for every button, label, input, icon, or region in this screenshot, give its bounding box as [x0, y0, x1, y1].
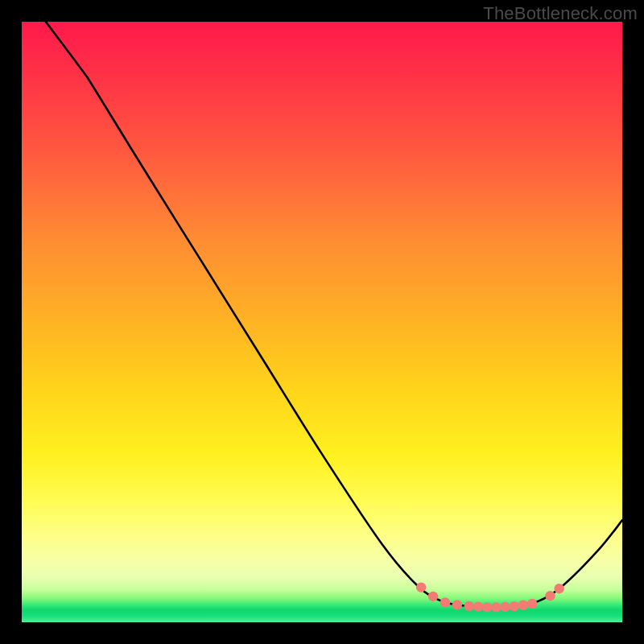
curve-marker — [428, 592, 438, 601]
chart-svg — [22, 22, 622, 622]
curve-marker — [440, 597, 450, 607]
curve-marker — [464, 601, 474, 611]
curve-marker — [473, 601, 483, 611]
curve-marker — [500, 602, 510, 612]
curve-group — [46, 22, 622, 607]
curve-marker — [554, 584, 564, 593]
curve-marker — [452, 600, 462, 609]
curve-marker — [510, 601, 519, 611]
curve-marker — [482, 602, 492, 612]
curve-marker — [491, 602, 501, 612]
plot-area — [22, 22, 622, 622]
chart-frame: TheBottleneck.com — [0, 0, 644, 644]
curve-marker — [416, 583, 426, 592]
bottleneck-curve — [46, 22, 622, 607]
watermark-text: TheBottleneck.com — [483, 3, 638, 24]
curve-marker — [518, 601, 528, 610]
curve-marker — [527, 599, 537, 609]
curve-marker — [545, 591, 555, 601]
curve-markers — [416, 583, 564, 613]
